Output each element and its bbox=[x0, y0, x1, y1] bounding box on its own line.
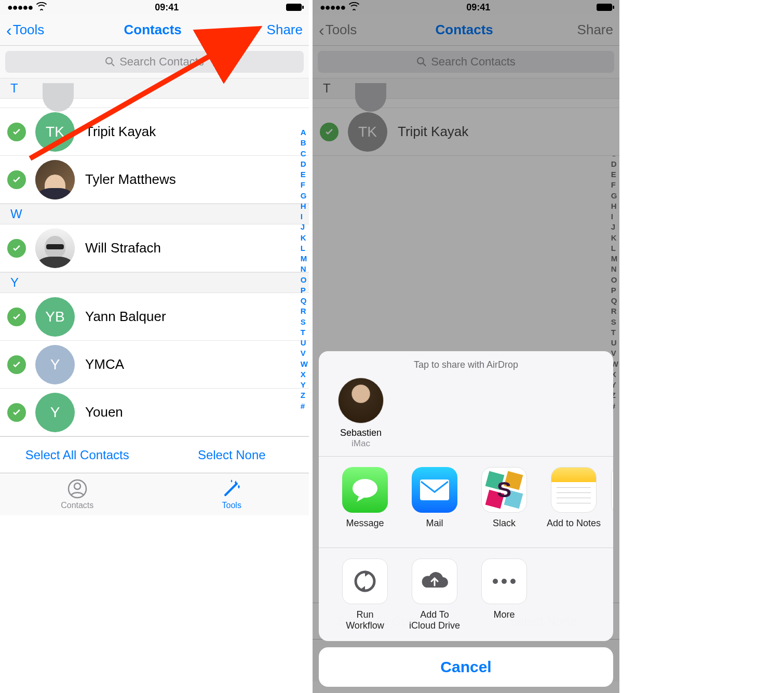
index-letter[interactable]: Z bbox=[301, 390, 308, 401]
message-icon bbox=[342, 467, 388, 513]
index-letter[interactable]: N bbox=[301, 264, 308, 274]
svg-point-0 bbox=[106, 58, 112, 64]
share-app-slack[interactable]: S Slack bbox=[469, 467, 539, 538]
status-time: 09:41 bbox=[155, 2, 179, 13]
back-button[interactable]: ‹ Tools bbox=[6, 22, 44, 38]
contact-row[interactable]: Will Strafach bbox=[0, 224, 309, 272]
contact-row[interactable]: TK Tripit Kayak bbox=[0, 108, 309, 156]
select-all-button[interactable]: Select All Contacts bbox=[0, 437, 155, 473]
tab-tools[interactable]: Tools bbox=[155, 473, 309, 515]
contact-row[interactable]: YB Yann Balquer bbox=[0, 293, 309, 341]
mail-icon bbox=[412, 467, 457, 513]
app-label: Slack bbox=[493, 518, 516, 529]
index-letter[interactable]: I bbox=[301, 211, 308, 222]
share-app-overflow[interactable]: In DJ bbox=[609, 467, 613, 538]
svg-point-3 bbox=[74, 483, 80, 489]
app-label: Add to Notes bbox=[547, 518, 601, 529]
avatar-photo bbox=[35, 160, 75, 199]
index-letter[interactable]: J bbox=[301, 222, 308, 232]
avatar-initials: Y bbox=[50, 356, 60, 373]
contact-row[interactable]: Y Youen bbox=[0, 389, 309, 436]
tab-label: Contacts bbox=[61, 501, 93, 510]
contact-name: Youen bbox=[85, 404, 123, 420]
checkmark-icon[interactable] bbox=[7, 355, 26, 374]
index-letter[interactable]: P bbox=[301, 285, 308, 296]
screenshot-right: ●●●●● 09:41 ‹ Tools Contacts Share Searc… bbox=[313, 0, 619, 693]
index-letter[interactable]: E bbox=[301, 169, 308, 180]
index-letter[interactable]: C bbox=[301, 149, 308, 159]
select-bar: Select All Contacts Select None bbox=[0, 436, 309, 473]
index-letter[interactable]: L bbox=[301, 243, 308, 254]
icloud-icon bbox=[412, 558, 457, 604]
contact-row[interactable]: Y YMCA bbox=[0, 341, 309, 389]
share-sheet: Tap to share with AirDrop Sebastien iMac bbox=[319, 351, 613, 687]
avatar-initials: YB bbox=[45, 309, 64, 325]
partial-row bbox=[0, 99, 309, 108]
search-wrap: Search Contacts bbox=[0, 46, 309, 78]
index-letter[interactable]: G bbox=[301, 191, 308, 201]
slack-icon: S bbox=[481, 467, 527, 513]
airdrop-name: Sebastien bbox=[340, 428, 382, 438]
checkmark-icon[interactable] bbox=[7, 170, 26, 189]
airdrop-target[interactable]: Sebastien iMac bbox=[332, 378, 389, 449]
contact-row[interactable]: Tyler Matthews bbox=[0, 156, 309, 204]
index-letter[interactable]: K bbox=[301, 233, 308, 243]
avatar-photo bbox=[35, 229, 75, 268]
index-letter[interactable]: R bbox=[301, 306, 308, 316]
svg-point-11 bbox=[493, 579, 498, 584]
contact-name: Tripit Kayak bbox=[85, 124, 156, 140]
wifi-icon bbox=[36, 2, 47, 13]
index-letter[interactable]: W bbox=[301, 359, 308, 369]
index-letter[interactable]: T bbox=[301, 327, 308, 338]
contact-name: Will Strafach bbox=[85, 240, 161, 256]
cancel-button[interactable]: Cancel bbox=[319, 647, 613, 687]
share-action-icloud[interactable]: Add To iCloud Drive bbox=[400, 558, 469, 632]
svg-point-8 bbox=[353, 479, 377, 498]
index-letter[interactable]: X bbox=[301, 369, 308, 380]
index-letter[interactable]: V bbox=[301, 348, 308, 358]
search-input[interactable]: Search Contacts bbox=[5, 51, 304, 73]
svg-point-12 bbox=[502, 579, 507, 584]
checkmark-icon[interactable] bbox=[7, 403, 26, 422]
share-app-notes[interactable]: Add to Notes bbox=[539, 467, 609, 538]
more-icon bbox=[481, 558, 527, 604]
index-letter[interactable]: # bbox=[301, 401, 308, 411]
index-letter[interactable]: D bbox=[301, 159, 308, 169]
index-letter[interactable]: O bbox=[301, 275, 308, 285]
overflow-icon bbox=[611, 467, 613, 513]
share-app-message[interactable]: Message bbox=[330, 467, 400, 538]
index-letter[interactable]: H bbox=[301, 201, 308, 211]
airdrop-subtitle: iMac bbox=[352, 438, 370, 449]
action-label: Add To iCloud Drive bbox=[409, 609, 460, 632]
checkmark-icon[interactable] bbox=[7, 308, 26, 326]
index-letter[interactable]: Y bbox=[301, 380, 308, 390]
index-letter[interactable]: U bbox=[301, 338, 308, 348]
index-letter[interactable]: B bbox=[301, 138, 308, 148]
checkmark-icon[interactable] bbox=[7, 123, 26, 141]
share-action-workflow[interactable]: Run Workflow bbox=[330, 558, 400, 632]
app-label: Mail bbox=[426, 518, 443, 529]
svg-point-13 bbox=[510, 579, 516, 584]
select-none-button[interactable]: Select None bbox=[155, 437, 309, 473]
action-label: Run Workflow bbox=[346, 609, 384, 632]
checkmark-icon[interactable] bbox=[7, 239, 26, 258]
airdrop-title: Tap to share with AirDrop bbox=[319, 359, 613, 370]
index-letter[interactable]: Q bbox=[301, 296, 308, 306]
svg-line-4 bbox=[225, 484, 237, 495]
action-label: More bbox=[493, 609, 515, 621]
nav-title: Contacts bbox=[44, 22, 261, 38]
tab-label: Tools bbox=[222, 501, 241, 510]
share-button[interactable]: Share bbox=[261, 22, 303, 38]
share-app-mail[interactable]: Mail bbox=[400, 467, 469, 538]
index-letter[interactable]: S bbox=[301, 317, 308, 327]
index-letter[interactable]: F bbox=[301, 180, 308, 190]
app-label: Message bbox=[346, 518, 384, 529]
index-letter[interactable]: A bbox=[301, 127, 308, 138]
index-strip[interactable]: ABCDEFGHIJKLMNOPQRSTUVWXYZ# bbox=[301, 127, 308, 411]
avatar: Y bbox=[35, 393, 75, 432]
tab-contacts[interactable]: Contacts bbox=[0, 473, 155, 515]
back-label: Tools bbox=[13, 22, 45, 38]
wand-icon bbox=[221, 478, 242, 499]
index-letter[interactable]: M bbox=[301, 254, 308, 264]
share-action-more[interactable]: More bbox=[469, 558, 539, 632]
